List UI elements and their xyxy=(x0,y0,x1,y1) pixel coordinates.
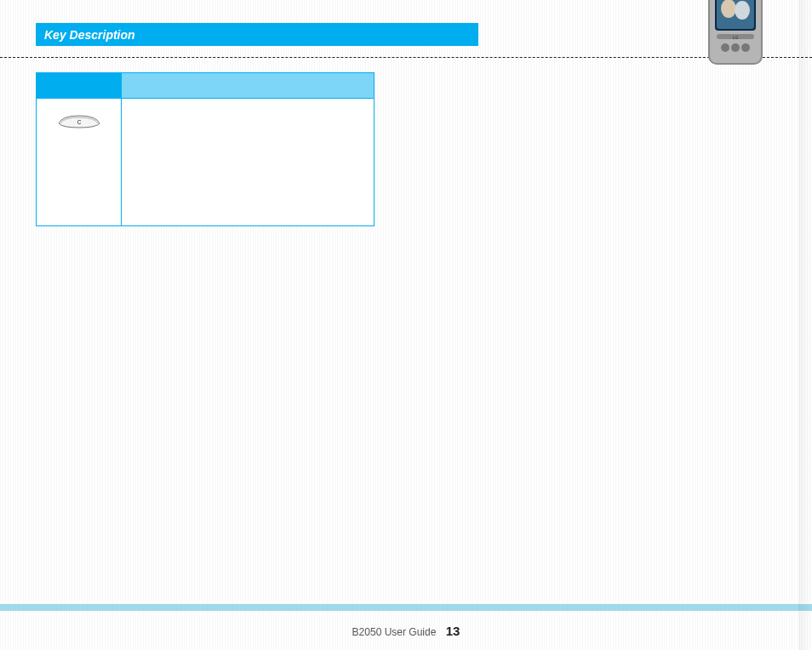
footer-band xyxy=(0,604,812,611)
svg-point-9 xyxy=(741,43,750,52)
section-title: Key Description xyxy=(36,28,135,42)
key-cell: C xyxy=(37,99,122,226)
table-header-description xyxy=(122,73,375,99)
table-header-key xyxy=(37,73,122,99)
svg-point-5 xyxy=(735,1,750,20)
description-cell xyxy=(122,99,375,226)
footer-page-number: 13 xyxy=(446,624,460,638)
svg-point-4 xyxy=(721,0,736,18)
section-header-bar: Key Description xyxy=(36,23,478,46)
page-right-gutter xyxy=(798,0,812,650)
svg-text:LG: LG xyxy=(733,35,739,40)
footer-guide-label: B2050 User Guide xyxy=(352,626,437,638)
table-row: C xyxy=(37,99,375,226)
clear-key-label: C xyxy=(77,119,81,125)
key-description-table-wrap: C xyxy=(36,72,375,226)
svg-point-8 xyxy=(731,43,740,52)
clear-key-icon: C xyxy=(57,121,101,135)
phone-illustration: LG xyxy=(701,0,769,68)
table-header-row xyxy=(37,73,375,99)
footer-text: B2050 User Guide 13 xyxy=(0,624,812,638)
svg-point-7 xyxy=(721,43,729,52)
page-top-divider xyxy=(0,57,812,58)
key-description-table: C xyxy=(36,72,375,226)
